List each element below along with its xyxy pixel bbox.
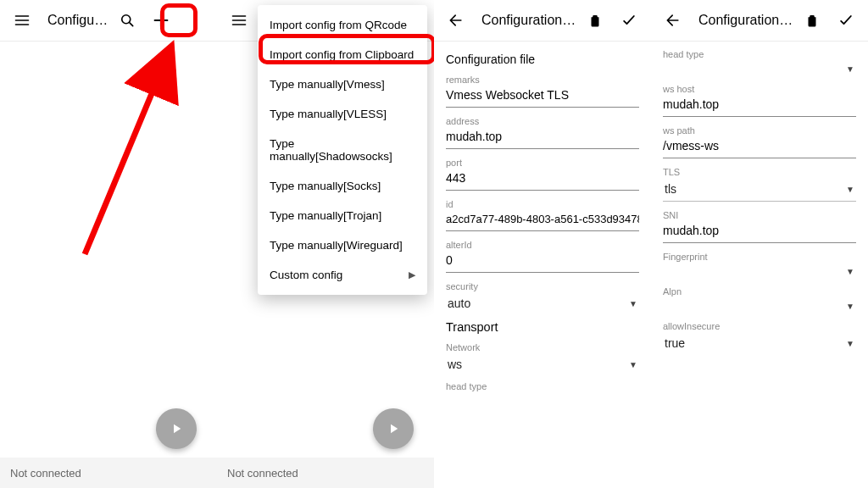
- select-value: auto: [448, 297, 470, 310]
- menu-icon[interactable]: [7, 5, 37, 36]
- label-wshost: ws host: [663, 84, 856, 94]
- select-headtype[interactable]: ▼: [663, 59, 856, 75]
- menu-item-manual-wireguard[interactable]: Type manually[Wireguard]: [258, 230, 427, 260]
- menu-item-manual-shadowsocks[interactable]: Type manually[Shadowsocks]: [258, 129, 427, 171]
- chevron-down-icon: ▼: [846, 185, 854, 194]
- overflow-icon[interactable]: [180, 5, 210, 36]
- chevron-down-icon: ▼: [629, 299, 637, 308]
- menu-item-label: Type manually[Trojan]: [270, 209, 381, 222]
- select-security[interactable]: auto ▼: [446, 291, 639, 312]
- select-value: tls: [665, 182, 676, 196]
- pane-config-form-2: Configuration file head type ▼ ws host w…: [651, 0, 868, 488]
- input-id[interactable]: [446, 209, 639, 231]
- status-bar: Not connected: [217, 458, 434, 488]
- check-icon[interactable]: [831, 5, 861, 36]
- add-menu: Import config from QRcode Import config …: [258, 5, 427, 295]
- chevron-down-icon: ▼: [846, 339, 854, 348]
- chevron-down-icon: ▼: [846, 302, 854, 311]
- label-address: address: [446, 116, 639, 126]
- appbar-title: Configuration…: [41, 13, 108, 28]
- label-remarks: remarks: [446, 75, 639, 85]
- svg-point-0: [122, 15, 131, 24]
- label-alterid: alterId: [446, 240, 639, 250]
- label-fingerprint: Fingerprint: [663, 252, 856, 262]
- label-port: port: [446, 158, 639, 168]
- label-alpn: Alpn: [663, 286, 856, 297]
- label-id: id: [446, 199, 639, 209]
- input-remarks[interactable]: [446, 85, 639, 108]
- label-security: security: [446, 281, 639, 291]
- delete-icon[interactable]: [580, 5, 610, 36]
- section-title: Configuration file: [446, 53, 639, 66]
- label-allowinsecure: allowInsecure: [663, 321, 856, 331]
- play-fab[interactable]: [156, 408, 197, 449]
- menu-item-label: Type manually[Shadowsocks]: [270, 137, 415, 163]
- select-value: ws: [448, 358, 462, 371]
- input-alterid[interactable]: [446, 250, 639, 273]
- select-network[interactable]: ws ▼: [446, 352, 639, 373]
- label-wspath: ws path: [663, 125, 856, 136]
- label-headtype: head type: [663, 49, 856, 59]
- menu-item-manual-socks[interactable]: Type manually[Socks]: [258, 171, 427, 201]
- input-port[interactable]: [446, 168, 639, 191]
- svg-point-2: [193, 19, 196, 21]
- form: Configuration file remarks address port …: [434, 41, 651, 488]
- select-alpn[interactable]: ▼: [663, 297, 856, 313]
- menu-item-label: Type manually[Socks]: [270, 180, 381, 192]
- menu-item-import-qrcode[interactable]: Import config from QRcode: [258, 10, 427, 40]
- delete-icon[interactable]: [797, 5, 827, 36]
- appbar: Configuration file: [434, 0, 651, 41]
- appbar-title: Configuration file: [692, 13, 793, 28]
- select-tls[interactable]: tls ▼: [663, 177, 856, 202]
- select-fingerprint[interactable]: ▼: [663, 262, 856, 278]
- chevron-down-icon: ▼: [846, 64, 854, 74]
- appbar-title: Configuration file: [475, 13, 576, 28]
- menu-item-label: Import config from QRcode: [270, 19, 407, 31]
- form: head type ▼ ws host ws path TLS tls ▼ SN…: [651, 41, 868, 488]
- check-icon[interactable]: [614, 5, 644, 36]
- pane-home-2: Confi Not connected Import config from Q…: [217, 0, 434, 488]
- menu-item-manual-vmess[interactable]: Type manually[Vmess]: [258, 69, 427, 99]
- chevron-right-icon: ▶: [409, 269, 415, 280]
- menu-item-custom-config[interactable]: Custom config▶: [258, 260, 427, 290]
- select-value: true: [665, 336, 685, 350]
- pane-body: Not connected: [0, 41, 217, 488]
- search-icon[interactable]: [112, 5, 142, 36]
- menu-item-manual-vless[interactable]: Type manually[VLESS]: [258, 99, 427, 129]
- back-icon[interactable]: [658, 5, 688, 36]
- chevron-down-icon: ▼: [629, 360, 637, 369]
- label-network: Network: [446, 342, 639, 352]
- menu-item-import-clipboard[interactable]: Import config from Clipboard: [258, 40, 427, 69]
- menu-item-label: Type manually[Vmess]: [270, 78, 385, 91]
- appbar: Configuration file: [651, 0, 868, 41]
- svg-point-3: [193, 24, 196, 26]
- status-bar: Not connected: [0, 458, 217, 488]
- svg-point-1: [193, 14, 196, 17]
- add-icon[interactable]: [146, 5, 176, 36]
- pane-config-form-1: Configuration file Configuration file re…: [434, 0, 651, 488]
- menu-item-label: Type manually[VLESS]: [270, 108, 387, 120]
- pane-home-1: Configuration… Not connected: [0, 0, 217, 488]
- label-sni: SNI: [663, 210, 856, 220]
- input-address[interactable]: [446, 126, 639, 149]
- input-sni[interactable]: [663, 220, 856, 243]
- play-fab[interactable]: [373, 408, 414, 449]
- label-tls: TLS: [663, 167, 856, 177]
- input-wspath[interactable]: [663, 136, 856, 158]
- menu-item-label: Type manually[Wireguard]: [270, 239, 403, 252]
- menu-item-label: Custom config: [270, 269, 342, 281]
- menu-item-manual-trojan[interactable]: Type manually[Trojan]: [258, 201, 427, 230]
- back-icon[interactable]: [441, 5, 471, 36]
- menu-item-label: Import config from Clipboard: [270, 48, 414, 61]
- menu-icon[interactable]: [224, 5, 254, 36]
- appbar: Configuration…: [0, 0, 217, 41]
- section-transport: Transport: [446, 320, 639, 334]
- select-allowinsecure[interactable]: true ▼: [663, 331, 856, 352]
- label-headtype: head type: [446, 381, 639, 391]
- chevron-down-icon: ▼: [846, 267, 854, 276]
- input-wshost[interactable]: [663, 94, 856, 117]
